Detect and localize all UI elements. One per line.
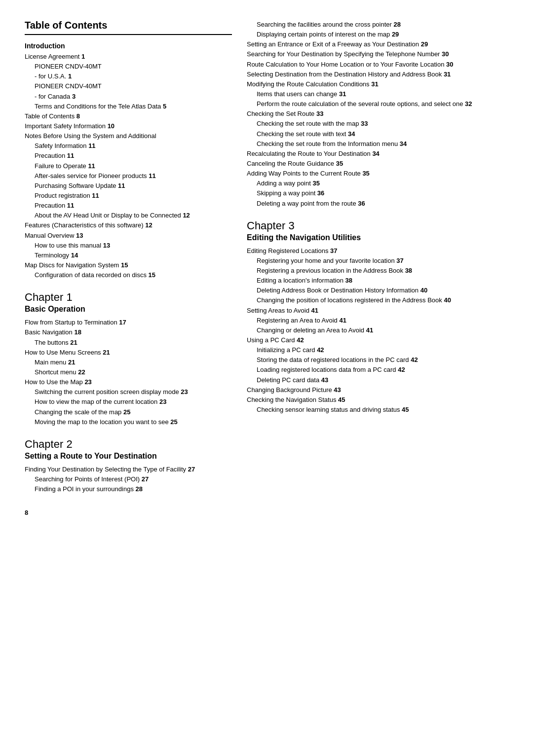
introduction-entries: License Agreement 1PIONEER CNDV-40MT- fo… <box>25 52 232 280</box>
toc-entry: Checking the set route from the Informat… <box>247 139 508 149</box>
chapter2-label: Chapter 2 <box>25 438 232 451</box>
toc-entry: Map Discs for Navigation System 15 <box>25 260 232 270</box>
right-top-entries: Searching the facilities around the cros… <box>247 20 508 209</box>
toc-entry: Terminology 14 <box>25 251 232 260</box>
toc-entry: Searching for Your Destination by Specif… <box>247 49 508 59</box>
toc-entry: Skipping a way point 36 <box>247 188 508 198</box>
chapter3-title: Editing the Navigation Utilities <box>247 233 508 242</box>
toc-entry: Features (Characteristics of this softwa… <box>25 220 232 230</box>
toc-entry: Switching the current position screen di… <box>25 387 232 397</box>
toc-entry: Registering your home and your favorite … <box>247 256 508 266</box>
toc-entry: How to Use Menu Screens 21 <box>25 348 232 358</box>
toc-entry: Checking the Set Route 33 <box>247 109 508 119</box>
toc-entry: Storing the data of registered locations… <box>247 355 508 365</box>
toc-entry: Editing a location's information 38 <box>247 276 508 286</box>
toc-entry: Moving the map to the location you want … <box>25 417 232 427</box>
toc-entry: Initializing a PC card 42 <box>247 345 508 355</box>
toc-entry: Items that users can change 31 <box>247 89 508 99</box>
toc-entry: Checking sensor learning status and driv… <box>247 405 508 415</box>
toc-entry: Important Safety Information 10 <box>25 121 232 131</box>
toc-entry: Failure to Operate 11 <box>25 161 232 171</box>
chapter2-block: Chapter 2 Setting a Route to Your Destin… <box>25 438 232 494</box>
toc-entry: Loading registered locations data from a… <box>247 365 508 375</box>
toc-entry: How to use this manual 13 <box>25 241 232 251</box>
toc-entry: Modifying the Route Calculation Conditio… <box>247 79 508 89</box>
toc-entry: Setting an Entrance or Exit of a Freeway… <box>247 39 508 49</box>
chapter2-title: Setting a Route to Your Destination <box>25 452 232 461</box>
toc-entry: Finding a POI in your surroundings 28 <box>25 484 232 494</box>
toc-entry: Deleting PC card data 43 <box>247 375 508 385</box>
toc-entry: Changing Background Picture 43 <box>247 385 508 395</box>
toc-entry: Registering a previous location in the A… <box>247 266 508 276</box>
toc-entry: Route Calculation to Your Home Location … <box>247 60 508 70</box>
toc-entry: Adding Way Points to the Current Route 3… <box>247 169 508 179</box>
toc-entry: Checking the set route with text 34 <box>247 129 508 139</box>
toc-entry: Selecting Destination from the Destinati… <box>247 70 508 79</box>
toc-entry: Notes Before Using the System and Additi… <box>25 131 232 141</box>
introduction-heading: Introduction <box>25 42 232 50</box>
toc-entry: How to view the map of the current locat… <box>25 397 232 407</box>
toc-entry: Changing or deleting an Area to Avoid 41 <box>247 325 508 335</box>
page-container: Table of Contents Introduction License A… <box>25 20 508 516</box>
toc-entry: Purchasing Software Update 11 <box>25 181 232 191</box>
toc-entry: Canceling the Route Guidance 35 <box>247 159 508 169</box>
toc-entry: Deleting a way point from the route 36 <box>247 199 508 209</box>
toc-entry: Checking the set route with the map 33 <box>247 119 508 129</box>
toc-entry: Searching the facilities around the cros… <box>247 20 508 30</box>
toc-entry: Precaution 11 <box>25 151 232 161</box>
chapter3-entries: Editing Registered Locations 37Registeri… <box>247 246 508 415</box>
toc-entry: How to Use the Map 23 <box>25 377 232 387</box>
toc-entry: Changing the scale of the map 25 <box>25 407 232 417</box>
toc-title: Table of Contents <box>25 20 232 35</box>
chapter1-block: Chapter 1 Basic Operation Flow from Star… <box>25 291 232 427</box>
chapter1-label: Chapter 1 <box>25 291 232 304</box>
toc-entry: Configuration of data recorded on discs … <box>25 270 232 280</box>
chapter3-label: Chapter 3 <box>247 219 508 232</box>
toc-entry: Main menu 21 <box>25 358 232 367</box>
toc-entry: Deleting Address Book or Destination His… <box>247 286 508 295</box>
toc-entry: Recalculating the Route to Your Destinat… <box>247 149 508 159</box>
toc-entry: Setting Areas to Avoid 41 <box>247 306 508 316</box>
toc-entry: Displaying certain points of interest on… <box>247 30 508 39</box>
toc-entry: PIONEER CNDV-40MT <box>25 81 232 91</box>
toc-entry: PIONEER CNDV-40MT <box>25 62 232 72</box>
toc-entry: Perform the route calculation of the sev… <box>247 99 508 109</box>
toc-entry: License Agreement 1 <box>25 52 232 62</box>
toc-entry: Using a PC Card 42 <box>247 335 508 345</box>
toc-entry: Adding a way point 35 <box>247 179 508 188</box>
toc-entry: Checking the Navigation Status 45 <box>247 395 508 405</box>
page-footer: 8 <box>25 509 232 516</box>
toc-entry: - for U.S.A. 1 <box>25 72 232 81</box>
toc-entry: - for Canada 3 <box>25 92 232 102</box>
toc-entry: Registering an Area to Avoid 41 <box>247 316 508 325</box>
chapter1-title: Basic Operation <box>25 305 232 314</box>
chapter3-block: Chapter 3 Editing the Navigation Utiliti… <box>247 219 508 415</box>
toc-entry: Manual Overview 13 <box>25 231 232 241</box>
toc-entry: Safety Information 11 <box>25 141 232 151</box>
toc-entry: The buttons 21 <box>25 338 232 348</box>
toc-entry: Shortcut menu 22 <box>25 367 232 377</box>
left-column: Table of Contents Introduction License A… <box>25 20 232 516</box>
toc-entry: Product registration 11 <box>25 191 232 201</box>
toc-entry: Terms and Conditions for the Tele Atlas … <box>25 102 232 111</box>
toc-entry: Editing Registered Locations 37 <box>247 246 508 256</box>
toc-entry: Searching for Points of Interest (POI) 2… <box>25 474 232 484</box>
toc-entry: About the AV Head Unit or Display to be … <box>25 211 232 220</box>
chapter1-entries: Flow from Startup to Termination 17Basic… <box>25 318 232 427</box>
toc-entry: Changing the position of locations regis… <box>247 295 508 305</box>
toc-entry: Flow from Startup to Termination 17 <box>25 318 232 327</box>
toc-entry: Precaution 11 <box>25 201 232 211</box>
toc-entry: Basic Navigation 18 <box>25 327 232 337</box>
toc-entry: After-sales service for Pioneer products… <box>25 171 232 181</box>
chapter2-entries: Finding Your Destination by Selecting th… <box>25 465 232 494</box>
right-column: Searching the facilities around the cros… <box>247 20 508 516</box>
toc-entry: Table of Contents 8 <box>25 111 232 121</box>
toc-entry: Finding Your Destination by Selecting th… <box>25 465 232 474</box>
